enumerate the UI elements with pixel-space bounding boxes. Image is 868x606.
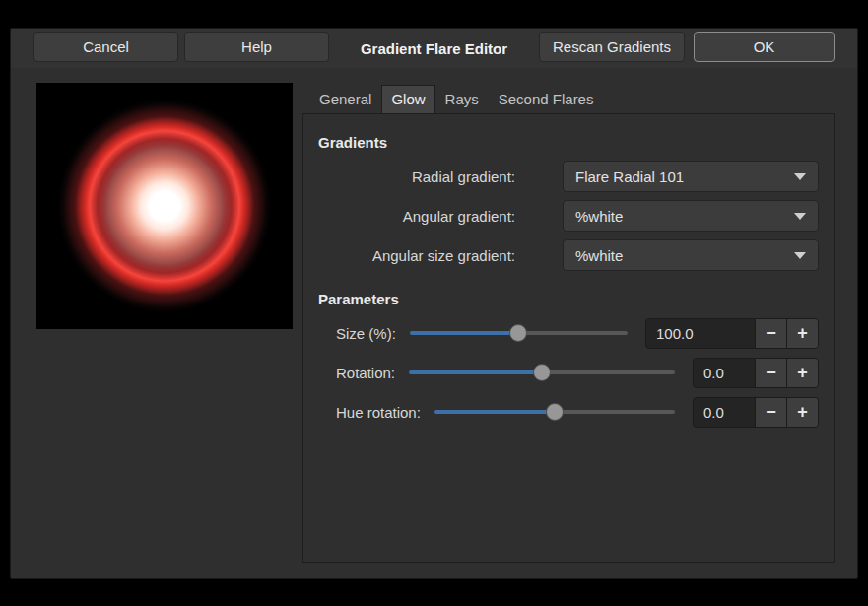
help-button[interactable]: Help bbox=[184, 32, 329, 62]
size-slider-handle[interactable] bbox=[509, 324, 527, 342]
rotation-slider-fill bbox=[409, 370, 542, 374]
dialog-title: Gradient Flare Editor bbox=[361, 40, 507, 57]
size-label: Size (%): bbox=[336, 325, 396, 342]
size-slider[interactable] bbox=[410, 317, 628, 349]
hue-rotation-decrement-button[interactable]: − bbox=[755, 398, 786, 427]
size-decrement-button[interactable]: − bbox=[755, 319, 786, 348]
angular-gradient-label: Angular gradient: bbox=[318, 208, 515, 225]
angular-gradient-row: Angular gradient: %white bbox=[318, 200, 819, 232]
radial-gradient-label: Radial gradient: bbox=[318, 168, 515, 185]
settings-notebook: General Glow Rays Second Flares Gradient… bbox=[302, 85, 835, 564]
flare-preview-image bbox=[36, 83, 293, 329]
glow-tab-page: Gradients Radial gradient: Flare Radial … bbox=[302, 114, 835, 563]
tab-general[interactable]: General bbox=[309, 85, 381, 114]
size-row: Size (%): 100.0 − + bbox=[318, 317, 819, 349]
hue-rotation-input[interactable]: 0.0 bbox=[694, 398, 755, 427]
rotation-label: Rotation: bbox=[336, 365, 395, 381]
chevron-down-icon bbox=[794, 252, 806, 259]
gradient-flare-editor-dialog: Cancel Help Gradient Flare Editor Rescan… bbox=[10, 28, 858, 579]
angular-gradient-value: %white bbox=[575, 208, 794, 225]
rotation-input[interactable]: 0.0 bbox=[694, 359, 755, 387]
size-input[interactable]: 100.0 bbox=[646, 319, 755, 348]
hue-rotation-increment-button[interactable]: + bbox=[786, 398, 818, 427]
rotation-slider-handle[interactable] bbox=[533, 364, 551, 381]
tab-strip: General Glow Rays Second Flares bbox=[302, 85, 835, 114]
radial-gradient-dropdown[interactable]: Flare Radial 101 bbox=[563, 161, 819, 192]
chevron-down-icon bbox=[794, 213, 806, 220]
section-title-parameters: Parameters bbox=[318, 291, 819, 307]
tab-second-flares[interactable]: Second Flares bbox=[489, 85, 604, 114]
tab-glow[interactable]: Glow bbox=[381, 85, 434, 114]
rotation-slider[interactable] bbox=[409, 357, 675, 388]
rescan-gradients-button[interactable]: Rescan Gradients bbox=[539, 32, 685, 62]
rotation-spinbox: 0.0 − + bbox=[693, 358, 819, 388]
hue-rotation-label: Hue rotation: bbox=[336, 404, 421, 421]
angular-size-gradient-value: %white bbox=[575, 247, 794, 264]
hue-rotation-spinbox: 0.0 − + bbox=[693, 397, 819, 428]
chevron-down-icon bbox=[794, 173, 806, 180]
dialog-header: Cancel Help Gradient Flare Editor Rescan… bbox=[11, 29, 857, 68]
section-title-gradients: Gradients bbox=[318, 134, 819, 151]
flare-preview bbox=[36, 83, 293, 329]
hue-rotation-slider[interactable] bbox=[434, 396, 675, 428]
cancel-button[interactable]: Cancel bbox=[33, 32, 178, 62]
rotation-increment-button[interactable]: + bbox=[786, 359, 818, 387]
hue-rotation-slider-fill bbox=[434, 410, 555, 414]
hue-rotation-row: Hue rotation: 0.0 − + bbox=[318, 396, 819, 428]
angular-size-gradient-row: Angular size gradient: %white bbox=[318, 239, 819, 271]
size-slider-track bbox=[518, 331, 628, 335]
rotation-decrement-button[interactable]: − bbox=[755, 359, 786, 387]
tab-rays[interactable]: Rays bbox=[435, 85, 489, 114]
angular-size-gradient-label: Angular size gradient: bbox=[318, 247, 515, 264]
radial-gradient-value: Flare Radial 101 bbox=[575, 168, 794, 185]
angular-size-gradient-dropdown[interactable]: %white bbox=[563, 239, 819, 271]
hue-rotation-slider-track bbox=[555, 410, 675, 414]
rotation-slider-track bbox=[542, 370, 675, 374]
size-increment-button[interactable]: + bbox=[786, 319, 818, 348]
size-slider-fill bbox=[410, 331, 519, 335]
rotation-row: Rotation: 0.0 − + bbox=[318, 357, 819, 388]
size-spinbox: 100.0 − + bbox=[645, 318, 819, 349]
parameters-section: Parameters Size (%): 100.0 − + R bbox=[318, 291, 819, 428]
radial-gradient-row: Radial gradient: Flare Radial 101 bbox=[318, 161, 819, 192]
angular-gradient-dropdown[interactable]: %white bbox=[563, 200, 819, 232]
ok-button[interactable]: OK bbox=[694, 32, 835, 62]
hue-rotation-slider-handle[interactable] bbox=[546, 403, 564, 421]
